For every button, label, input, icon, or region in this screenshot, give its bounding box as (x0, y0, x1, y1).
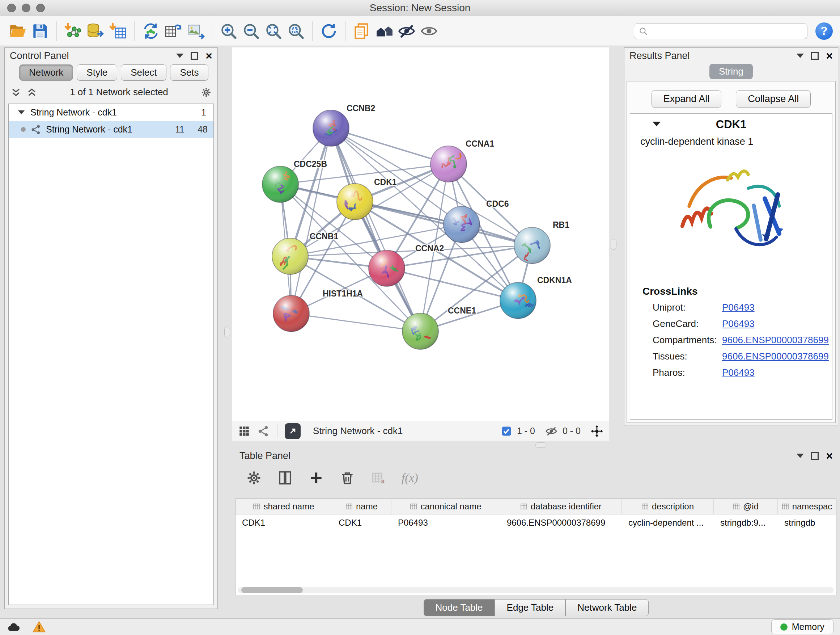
show-all-button[interactable] (418, 19, 440, 43)
tab-edge-table[interactable]: Edge Table (495, 599, 566, 616)
network-node-CDC25B[interactable]: CDC25B (262, 159, 327, 203)
network-node-HIST1H1A[interactable]: HIST1H1A (273, 289, 363, 332)
add-column-icon[interactable] (308, 470, 324, 486)
tab-string[interactable]: String (709, 64, 753, 79)
network-edge[interactable] (331, 128, 420, 331)
column-header[interactable]: namespac (778, 499, 836, 514)
network-node-CCNE1[interactable]: CCNE1 (402, 306, 476, 349)
gear-icon[interactable] (201, 87, 212, 98)
help-label: ? (821, 25, 828, 38)
selected-checkbox-icon[interactable] (501, 426, 512, 437)
tab-sets[interactable]: Sets (170, 65, 208, 81)
collapse-all-button[interactable]: Collapse All (736, 90, 811, 108)
panel-float-icon[interactable] (191, 52, 198, 60)
horizontal-scrollbar[interactable] (238, 587, 834, 593)
zoom-in-button[interactable] (218, 19, 240, 43)
network-from-table-button[interactable] (162, 19, 185, 43)
hide-selected-button[interactable] (395, 19, 418, 43)
panel-float-icon[interactable] (811, 52, 819, 60)
fit-content-button[interactable] (262, 19, 285, 43)
zoom-selected-button[interactable] (285, 19, 307, 43)
network-collection-row[interactable]: String Network - cdk1 1 (9, 104, 213, 121)
help-button[interactable]: ? (815, 22, 833, 40)
network-row[interactable]: String Network - cdk1 11 48 (9, 121, 213, 138)
crosslink-link[interactable]: P06493 (722, 302, 755, 313)
open-session-button[interactable] (6, 19, 29, 43)
hidden-eye-slash-icon[interactable] (545, 425, 557, 437)
zoom-out-button[interactable] (240, 19, 262, 43)
grid-view-icon[interactable] (238, 425, 250, 437)
column-header[interactable]: shared name (235, 499, 332, 514)
network-node-CCNB2[interactable]: CCNB2 (313, 103, 375, 146)
search-box[interactable] (634, 23, 807, 39)
tab-node-table[interactable]: Node Table (424, 599, 495, 616)
hidden-counts: 0 - 0 (562, 426, 581, 436)
warning-icon[interactable] (32, 620, 46, 634)
crosslink-link[interactable]: P06493 (722, 318, 755, 329)
network-node-RB1[interactable]: RB1 (514, 220, 569, 264)
export-image-button[interactable] (185, 19, 207, 43)
table-row[interactable]: CDK1 CDK1 P06493 9606.ENSP00000378699 cy… (235, 515, 836, 531)
apply-layout-button[interactable] (317, 19, 340, 43)
tab-network-table[interactable]: Network Table (565, 599, 649, 616)
expand-all-icon[interactable] (27, 87, 37, 98)
tree-expander-icon[interactable] (18, 111, 25, 114)
network-node-CDKN1A[interactable]: CDKN1A (500, 276, 572, 318)
birdseye-view-button[interactable] (285, 423, 301, 439)
save-session-button[interactable] (29, 19, 51, 43)
select-columns-icon[interactable] (277, 470, 293, 486)
panel-close-icon[interactable]: × (826, 50, 833, 62)
crosslink-link[interactable]: 9606.ENSP00000378699 (722, 351, 829, 362)
network-node-CCNA1[interactable]: CCNA1 (431, 139, 494, 182)
table-settings-gear-icon[interactable] (246, 470, 262, 486)
panel-float-icon[interactable] (811, 452, 819, 460)
column-header[interactable]: database identifier (500, 499, 622, 514)
splitter-handle[interactable] (535, 442, 546, 448)
panel-close-icon[interactable]: × (826, 450, 833, 462)
eye-icon (420, 22, 438, 40)
import-network-from-file-button[interactable] (62, 19, 84, 43)
crosslink-link[interactable]: P06493 (722, 367, 755, 378)
pan-crosshair-icon[interactable] (591, 425, 603, 437)
import-table-from-file-button[interactable] (107, 19, 129, 43)
copy-style-button[interactable] (351, 19, 373, 43)
splitter-handle[interactable] (611, 239, 616, 250)
first-neighbors-button[interactable] (373, 19, 395, 43)
import-network-from-database-button[interactable] (84, 19, 107, 43)
network-edge[interactable] (291, 314, 420, 331)
panel-menu-icon[interactable] (176, 54, 183, 58)
tab-style[interactable]: Style (77, 65, 117, 81)
close-window-button[interactable] (7, 4, 16, 12)
network-node-CCNB1[interactable]: CCNB1 (272, 232, 338, 274)
share-view-icon[interactable] (257, 425, 270, 437)
cloud-icon[interactable] (6, 620, 21, 634)
function-builder-button[interactable]: f(x) (401, 471, 418, 485)
network-graph[interactable]: CCNB2CCNA1CDC25BCDK1CDC6RB1CCNB1CCNA2CDK… (232, 48, 609, 421)
network-node-CDK1[interactable]: CDK1 (337, 177, 397, 220)
splitter-handle[interactable] (224, 326, 230, 337)
clone-network-button[interactable] (140, 19, 162, 43)
network-edge[interactable] (291, 128, 331, 314)
column-header[interactable]: canonical name (392, 499, 500, 514)
panel-close-icon[interactable]: × (205, 50, 212, 62)
panel-menu-icon[interactable] (797, 54, 804, 58)
collapse-all-icon[interactable] (11, 87, 21, 98)
panel-menu-icon[interactable] (797, 454, 804, 458)
entry-collapse-icon[interactable] (653, 122, 660, 126)
scrollbar-thumb[interactable] (241, 587, 303, 593)
tab-network[interactable]: Network (19, 65, 73, 81)
delete-column-trash-icon[interactable] (339, 470, 355, 486)
column-header[interactable]: description (622, 499, 714, 514)
column-header[interactable]: name (332, 499, 392, 514)
search-input[interactable] (652, 25, 803, 36)
expand-all-button[interactable]: Expand All (652, 90, 722, 108)
minimize-window-button[interactable] (22, 4, 30, 12)
crosslink-link[interactable]: 9606.ENSP00000378699 (722, 334, 829, 346)
column-header[interactable]: @id (714, 499, 778, 514)
network-canvas[interactable]: CCNB2CCNA1CDC25BCDK1CDC6RB1CCNB1CCNA2CDK… (232, 48, 609, 421)
column-icon (782, 503, 789, 510)
tab-select[interactable]: Select (121, 65, 166, 81)
maximize-window-button[interactable] (36, 4, 45, 12)
memory-button[interactable]: Memory (771, 619, 834, 634)
control-panel-header: Control Panel × (5, 48, 218, 64)
